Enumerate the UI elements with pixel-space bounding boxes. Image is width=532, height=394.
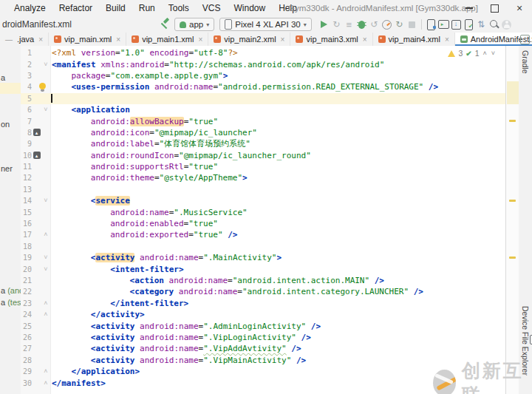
- code-line[interactable]: 20˅<intent-filter>: [21, 263, 505, 274]
- fold-marker-icon[interactable]: ˅: [41, 197, 50, 204]
- code-line[interactable]: 22<category android:name="android.intent…: [21, 286, 505, 297]
- menu-tools[interactable]: Tools: [162, 3, 196, 13]
- run-coverage-button[interactable]: [368, 17, 381, 32]
- code-line[interactable]: 29˄</application>: [21, 366, 505, 377]
- hammer-icon[interactable]: [159, 19, 169, 30]
- menu-run[interactable]: Run: [132, 3, 162, 13]
- tab-close-icon[interactable]: ×: [281, 35, 285, 44]
- code-line[interactable]: 21<action android:name="android.intent.a…: [21, 275, 505, 286]
- editor-options-icon[interactable]: [520, 35, 530, 44]
- tab-close-icon[interactable]: ×: [445, 35, 449, 44]
- error-stripe-scrollbar[interactable]: [505, 46, 520, 394]
- code-line[interactable]: 14˅<service: [21, 195, 505, 206]
- code-line[interactable]: 2˅<manifest xmlns:android="http://schema…: [21, 58, 505, 69]
- breadcrumb[interactable]: droidManifest.xml: [0, 19, 72, 30]
- fold-marker-icon[interactable]: ˄: [41, 300, 50, 307]
- maximize-icon[interactable]: [482, 0, 507, 16]
- inspections-widget[interactable]: 3 ✔ 1 ˄ ˅: [446, 48, 498, 58]
- drawable-preview-icon[interactable]: [33, 152, 41, 159]
- menu-refactor[interactable]: Refactor: [52, 3, 99, 13]
- menu-analyze[interactable]: Analyze: [7, 3, 52, 13]
- code-line[interactable]: 1<?xml version="1.0" encoding="utf-8"?>: [21, 47, 505, 58]
- code-line[interactable]: 16android:enabled="true": [21, 218, 505, 229]
- project-tree-item-clipped[interactable]: a: [1, 73, 5, 82]
- code-line[interactable]: 26<activity android:name=".VipLoginActiv…: [21, 332, 505, 343]
- code-line[interactable]: 15android:name=".MusicService": [21, 206, 505, 217]
- run-config-dropdown[interactable]: app ▾: [174, 18, 214, 31]
- code-line[interactable]: 23˄</intent-filter>: [21, 298, 505, 309]
- drawable-preview-icon[interactable]: [33, 129, 41, 136]
- menu-vcs[interactable]: VCS: [196, 3, 228, 13]
- device-manager-button[interactable]: [425, 17, 437, 32]
- sync-project-button[interactable]: [393, 17, 406, 32]
- code-line[interactable]: 28<activity android:name=".VipMainActivi…: [21, 355, 505, 366]
- profiler-button[interactable]: [381, 17, 393, 32]
- apply-changes-button[interactable]: [343, 17, 355, 32]
- code-line[interactable]: 3package="com.example.apple.gym">: [21, 70, 505, 81]
- fold-marker-icon[interactable]: ˅: [41, 266, 50, 273]
- menu-window[interactable]: Window: [227, 3, 272, 13]
- fold-marker-icon[interactable]: ˅: [41, 254, 50, 261]
- code-line[interactable]: 25<activity android:name=".AdminLoginAct…: [21, 320, 505, 331]
- code-line[interactable]: 17˄android:exported="true" />: [21, 229, 505, 240]
- fold-marker-icon[interactable]: ˄: [41, 311, 50, 318]
- project-tree-item-clipped[interactable]: ner: [1, 164, 13, 173]
- code-line[interactable]: 11android:supportsRtl="true": [21, 161, 505, 172]
- code-line[interactable]: 9android:label="体育馆体育场预约系统": [21, 138, 505, 149]
- stripe-warning-mark[interactable]: [509, 200, 516, 202]
- fold-marker-icon[interactable]: ˄: [41, 231, 50, 238]
- stop-button[interactable]: [406, 17, 418, 32]
- tab-close-icon[interactable]: ×: [116, 35, 120, 44]
- code-editor[interactable]: 1<?xml version="1.0" encoding="utf-8"?>2…: [21, 46, 505, 394]
- logcat-button[interactable]: [437, 17, 450, 32]
- run-button[interactable]: [318, 17, 330, 32]
- code-line[interactable]: 10android:roundIcon="@mipmap/ic_launcher…: [21, 150, 505, 161]
- tab-vip-main-xml[interactable]: vip_main.xml×: [49, 33, 126, 46]
- project-tree-item-clipped[interactable]: a (and: [1, 286, 21, 295]
- tab-vip-main2-xml[interactable]: vip_main2.xml×: [208, 33, 290, 46]
- project-tree-item-clipped[interactable]: a (test: [1, 298, 21, 307]
- profile-button[interactable]: [500, 17, 513, 32]
- sdk-manager-button[interactable]: [450, 17, 463, 32]
- code-line[interactable]: 12android:theme="@style/AppTheme">: [21, 172, 505, 183]
- stripe-warning-mark[interactable]: [509, 120, 516, 122]
- stripe-warning-mark[interactable]: [509, 257, 516, 259]
- tab-close-icon[interactable]: ×: [38, 35, 43, 44]
- fold-marker-icon[interactable]: ˄: [41, 368, 50, 375]
- code-line[interactable]: 5: [21, 93, 505, 104]
- rerun-button[interactable]: [330, 17, 343, 32]
- code-line[interactable]: 7android:allowBackup="true": [21, 115, 505, 126]
- code-line[interactable]: 19˅<activity android:name=".MainActivity…: [21, 252, 505, 263]
- tool-window-device-file-explorer[interactable]: Device File Explorer: [521, 306, 532, 376]
- tool-window-gradle[interactable]: Gradle: [521, 50, 530, 74]
- stripe-warning-block[interactable]: [507, 81, 519, 104]
- code-line[interactable]: 4<uses-permission android:name="android.…: [21, 81, 505, 92]
- menu-build[interactable]: Build: [99, 3, 132, 13]
- tab-vip-main3-xml[interactable]: vip_main3.xml×: [290, 33, 372, 46]
- fold-marker-icon[interactable]: ˅: [41, 106, 50, 113]
- code-line[interactable]: 27<activity android:name=".VipAddAvtivit…: [21, 343, 505, 354]
- project-tree-item-clipped[interactable]: on: [1, 120, 10, 129]
- tab-vip-main1-xml[interactable]: vip_main1.xml×: [126, 33, 208, 46]
- code-line[interactable]: 13: [21, 184, 505, 195]
- tab-close-icon[interactable]: ×: [198, 35, 202, 44]
- code-line[interactable]: 8android:icon="@mipmap/ic_launcher": [21, 127, 505, 138]
- device-dropdown[interactable]: Pixel 4 XL API 30 ▾: [219, 18, 311, 31]
- search-everywhere-button[interactable]: [488, 17, 500, 32]
- sync-files-button[interactable]: [475, 17, 488, 32]
- minimize-icon[interactable]: [457, 0, 482, 16]
- close-icon[interactable]: ×: [507, 0, 532, 16]
- debug-button[interactable]: [355, 17, 368, 32]
- code-line[interactable]: 18: [21, 241, 505, 252]
- code-line[interactable]: 6˅<application: [21, 104, 505, 115]
- code-line[interactable]: 24˄</activity>: [21, 309, 505, 320]
- tab-close-icon[interactable]: ×: [363, 35, 367, 44]
- project-panel-edge[interactable]: aonnera (anda (test: [0, 46, 21, 394]
- fold-marker-icon[interactable]: ˄: [41, 380, 50, 387]
- tab-java[interactable]: —.java×: [0, 33, 49, 46]
- next-issue-icon[interactable]: ˅: [491, 50, 496, 57]
- code-line[interactable]: 30˄</manifest>: [21, 377, 505, 388]
- tab-vip-main4-xml[interactable]: vip_main4.xml×: [373, 33, 455, 46]
- connected-devices-button[interactable]: [463, 17, 475, 32]
- fold-marker-icon[interactable]: ˅: [41, 61, 50, 68]
